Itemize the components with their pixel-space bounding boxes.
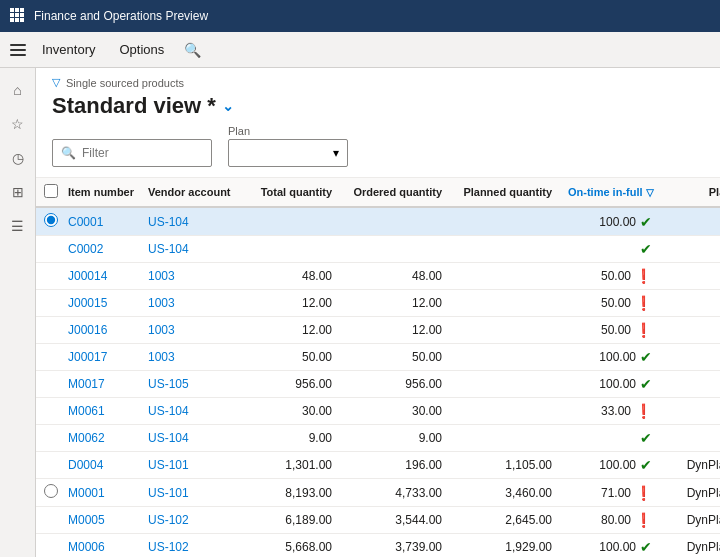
warn-icon: ❗ [635,322,652,338]
row-ordered-qty: 4,733.00 [340,479,450,507]
row-ontime: 100.00✔ [560,371,660,398]
row-vendor[interactable]: US-104 [140,425,240,452]
filter-input[interactable] [82,146,203,160]
row-radio-cell [36,534,60,558]
row-vendor[interactable]: US-104 [140,398,240,425]
row-vendor[interactable]: US-105 [140,371,240,398]
table-row: J00016100312.0012.0050.00❗ [36,317,720,344]
row-plan [660,236,720,263]
view-dropdown-icon[interactable]: ⌄ [222,98,234,114]
row-ontime-value: 80.00 [601,513,631,527]
row-ontime: 50.00❗ [560,317,660,344]
row-total-qty [240,236,340,263]
row-plan [660,398,720,425]
row-item-number[interactable]: D0004 [60,452,140,479]
row-planned-qty [450,371,560,398]
row-item-number[interactable]: J00017 [60,344,140,371]
row-radio-cell [36,263,60,290]
row-item-number[interactable]: M0005 [60,507,140,534]
sidebar-home-icon[interactable]: ⌂ [4,76,32,104]
row-ontime-value: 71.00 [601,486,631,500]
row-radio-cell [36,317,60,344]
row-total-qty: 9.00 [240,425,340,452]
sidebar-recent-icon[interactable]: ◷ [4,144,32,172]
row-plan [660,290,720,317]
row-item-number[interactable]: J00015 [60,290,140,317]
row-item-number[interactable]: C0002 [60,236,140,263]
row-ordered-qty [340,207,450,236]
col-vendor[interactable]: Vendor account [140,178,240,207]
row-vendor[interactable]: US-101 [140,452,240,479]
row-item-number[interactable]: M0062 [60,425,140,452]
table-row: M0061US-10430.0030.0033.00❗ [36,398,720,425]
col-ordered-qty[interactable]: Ordered quantity [340,178,450,207]
col-total-qty[interactable]: Total quantity [240,178,340,207]
row-plan: DynPlan [660,452,720,479]
row-total-qty: 12.00 [240,317,340,344]
sidebar-workspaces-icon[interactable]: ⊞ [4,178,32,206]
row-radio[interactable] [44,213,58,227]
row-planned-qty: 1,105.00 [450,452,560,479]
row-vendor[interactable]: US-102 [140,507,240,534]
table-row: C0001US-104100.00✔ [36,207,720,236]
table-row: M0017US-105956.00956.00100.00✔ [36,371,720,398]
row-total-qty: 30.00 [240,398,340,425]
nav-search-icon[interactable]: 🔍 [178,38,207,62]
row-ontime: 33.00❗ [560,398,660,425]
row-radio-cell [36,207,60,236]
row-item-number[interactable]: M0001 [60,479,140,507]
row-radio[interactable] [44,484,58,498]
nav-inventory[interactable]: Inventory [32,36,105,63]
table-row: M0062US-1049.009.00✔ [36,425,720,452]
row-vendor[interactable]: US-102 [140,534,240,558]
filter-input-wrapper[interactable]: 🔍 [52,139,212,167]
row-item-number[interactable]: J00014 [60,263,140,290]
col-item-number[interactable]: Item number [60,178,140,207]
row-vendor[interactable]: 1003 [140,263,240,290]
plan-select[interactable]: ▾ [228,139,348,167]
row-planned-qty [450,425,560,452]
row-vendor[interactable]: US-104 [140,207,240,236]
check-icon: ✔ [640,241,652,257]
nav-options[interactable]: Options [109,36,174,63]
main-content: ▽ Single sourced products Standard view … [36,68,720,557]
sidebar-favorites-icon[interactable]: ☆ [4,110,32,138]
row-radio-cell [36,290,60,317]
check-icon: ✔ [640,457,652,473]
row-planned-qty [450,290,560,317]
col-ontime[interactable]: On-time in-full ▽ [560,178,660,207]
check-icon: ✔ [640,349,652,365]
warn-icon: ❗ [635,268,652,284]
filter-search-icon: 🔍 [61,146,76,160]
sidebar-modules-icon[interactable]: ☰ [4,212,32,240]
row-item-number[interactable]: M0061 [60,398,140,425]
row-vendor[interactable]: 1003 [140,290,240,317]
row-planned-qty [450,398,560,425]
row-item-number[interactable]: M0017 [60,371,140,398]
hamburger-menu[interactable] [8,40,28,60]
row-item-number[interactable]: C0001 [60,207,140,236]
check-icon: ✔ [640,430,652,446]
row-item-number[interactable]: M0006 [60,534,140,558]
nav-bar: Inventory Options 🔍 [0,32,720,68]
row-total-qty: 8,193.00 [240,479,340,507]
row-item-number[interactable]: J00016 [60,317,140,344]
row-total-qty: 48.00 [240,263,340,290]
row-vendor[interactable]: 1003 [140,317,240,344]
breadcrumb: ▽ Single sourced products [52,76,704,89]
row-ontime: 100.00✔ [560,534,660,558]
row-ontime-value: 100.00 [599,215,636,229]
row-total-qty: 50.00 [240,344,340,371]
row-planned-qty [450,344,560,371]
row-vendor[interactable]: US-104 [140,236,240,263]
col-checkbox[interactable] [36,178,60,207]
row-ontime-value: 50.00 [601,296,631,310]
row-vendor[interactable]: US-101 [140,479,240,507]
row-vendor[interactable]: 1003 [140,344,240,371]
col-planned-qty[interactable]: Planned quantity [450,178,560,207]
app-icon [10,8,26,24]
table-row: J00014100348.0048.0050.00❗ [36,263,720,290]
col-plan[interactable]: Plan [660,178,720,207]
row-ordered-qty: 196.00 [340,452,450,479]
select-all-checkbox[interactable] [44,184,58,198]
